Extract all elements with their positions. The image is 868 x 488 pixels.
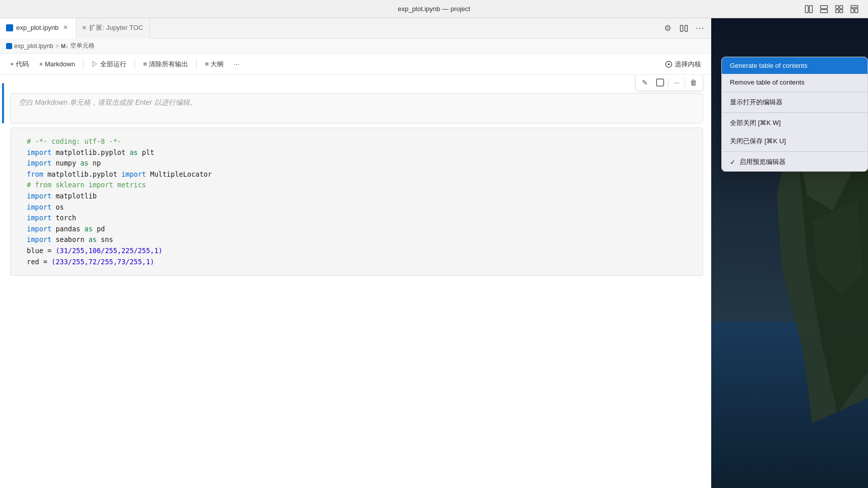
run-all-label: ▷ 全部运行 — [92, 60, 126, 69]
code-line-3: import numpy as np — [27, 158, 695, 169]
menu-item-enable-preview[interactable]: ✓ 启用预览编辑器 — [722, 153, 867, 171]
cell-toolbar: ✎ ··· 🗑 — [635, 75, 703, 91]
main-container: exp_plot.ipynb ✕ ≡ 扩展: Jupyter TOC ⚙ ··· — [0, 18, 868, 488]
markdown-cell-content[interactable]: 空白 Markdown 单元格，请双击或按 Enter 以进行编辑。 — [10, 93, 703, 124]
code-cell-content[interactable]: # -*- coding: utf-8 -*- import matplotli… — [10, 128, 703, 276]
code-line-4: from matplotlib.pyplot import MultipleLo… — [27, 169, 695, 180]
tab-bar-actions: ⚙ ··· — [661, 21, 711, 35]
layout1-icon[interactable] — [803, 4, 814, 15]
window-title: exp_plot.ipynb — project — [398, 5, 470, 13]
add-markdown-button[interactable]: + Markdown — [35, 58, 79, 70]
toolbar: + 代码 + Markdown ▷ 全部运行 ≡ 清除所有输出 ≡ 大纲 ··· — [0, 54, 711, 75]
cell-gutter — [2, 83, 4, 124]
breadcrumb-md-icon: M↓ — [61, 43, 68, 49]
split-editor-button[interactable] — [677, 21, 691, 35]
cell-more-button[interactable]: ··· — [670, 75, 684, 90]
svg-rect-3 — [820, 10, 828, 13]
code-line-10: import seaborn as sns — [27, 234, 695, 246]
svg-rect-6 — [836, 10, 839, 13]
toolbar-separator-1 — [83, 59, 83, 70]
menu-item-remove-toc[interactable]: Remove table of contents — [722, 74, 867, 91]
close-all-label: 全部关闭 [⌘K W] — [730, 118, 780, 128]
run-all-button[interactable]: ▷ 全部运行 — [88, 58, 131, 71]
layout3-icon[interactable] — [834, 4, 845, 15]
menu-divider-3 — [722, 151, 867, 152]
layout2-icon[interactable] — [818, 4, 830, 15]
svg-rect-1 — [809, 6, 812, 13]
remove-toc-label: Remove table of contents — [730, 78, 804, 86]
delete-cell-button[interactable]: 🗑 — [686, 75, 701, 90]
right-panel: Generate table of contents Remove table … — [711, 18, 868, 488]
tab-notebook[interactable]: exp_plot.ipynb ✕ — [0, 18, 76, 38]
svg-rect-11 — [680, 25, 683, 31]
close-saved-label: 关闭已保存 [⌘K U] — [730, 137, 786, 146]
svg-point-14 — [668, 63, 670, 65]
tab-notebook-label: exp_plot.ipynb — [16, 24, 59, 31]
code-line-8: import torch — [27, 213, 695, 224]
code-line-11: blue = (31/255,106/255,225/255,1) — [27, 246, 695, 257]
menu-divider-2 — [722, 112, 867, 113]
add-code-button[interactable]: + 代码 — [6, 58, 33, 71]
more-actions-button[interactable]: ··· — [693, 21, 707, 35]
code-line-7: import os — [27, 202, 695, 213]
edit-cell-button[interactable]: ✎ — [638, 75, 652, 90]
svg-rect-4 — [836, 6, 839, 9]
outline-button[interactable]: ≡ 大纲 — [201, 58, 228, 71]
breadcrumb-separator: > — [55, 43, 59, 50]
show-open-editors-label: 显示打开的编辑器 — [730, 98, 783, 107]
code-line-6: import matplotlib — [27, 191, 695, 202]
svg-rect-7 — [840, 10, 843, 13]
outline-label: ≡ 大纲 — [205, 60, 224, 69]
check-icon: ✓ — [730, 158, 735, 166]
breadcrumb-cell: 空单元格 — [70, 42, 95, 50]
kernel-selector[interactable]: 选择内核 — [661, 58, 705, 71]
title-bar-actions — [803, 4, 860, 15]
cell-area: ✎ ··· 🗑 空白 Markdown 单元格，请双击或按 Enter 以进行编… — [0, 75, 711, 488]
split-cell-button[interactable] — [653, 75, 667, 90]
notebook-file-icon — [6, 24, 13, 31]
code-line-12: red = (233/255,72/255,73/255,1) — [27, 257, 695, 268]
svg-rect-9 — [851, 9, 854, 13]
code-line-2: import matplotlib.pyplot as plt — [27, 147, 695, 158]
menu-item-close-all[interactable]: 全部关闭 [⌘K W] — [722, 114, 867, 132]
editor-area: exp_plot.ipynb ✕ ≡ 扩展: Jupyter TOC ⚙ ··· — [0, 18, 711, 488]
tab-bar: exp_plot.ipynb ✕ ≡ 扩展: Jupyter TOC ⚙ ··· — [0, 18, 711, 38]
code-line-5: # from sklearn import metrics — [27, 180, 695, 191]
menu-item-close-saved[interactable]: 关闭已保存 [⌘K U] — [722, 132, 867, 150]
markdown-placeholder: 空白 Markdown 单元格，请双击或按 Enter 以进行编辑。 — [19, 98, 197, 106]
svg-rect-15 — [657, 79, 664, 86]
cell-tool-separator — [668, 77, 669, 88]
menu-item-generate-toc[interactable]: Generate table of contents — [722, 57, 867, 74]
add-code-label: + 代码 — [10, 60, 29, 69]
code-line-9: import pandas as pd — [27, 224, 695, 235]
toolbar-separator-3 — [196, 59, 197, 70]
title-bar: exp_plot.ipynb — project — [0, 0, 868, 18]
toolbar-more-label: ··· — [234, 60, 239, 68]
generate-toc-label: Generate table of contents — [730, 62, 807, 69]
layout4-icon[interactable] — [849, 4, 860, 15]
toolbar-right: 选择内核 — [661, 58, 705, 71]
breadcrumb: exp_plot.ipynb > M↓ 空单元格 — [0, 38, 711, 54]
svg-rect-12 — [685, 25, 687, 31]
enable-preview-label: 启用预览编辑器 — [740, 157, 786, 167]
markdown-cell: ✎ ··· 🗑 空白 Markdown 单元格，请双击或按 Enter 以进行编… — [0, 83, 711, 124]
svg-rect-2 — [820, 6, 828, 9]
tab-toc[interactable]: ≡ 扩展: Jupyter TOC — [76, 18, 150, 38]
dropdown-menu: Generate table of contents Remove table … — [721, 57, 868, 172]
toolbar-more-button[interactable]: ··· — [230, 58, 243, 70]
code-line-1: # -*- coding: utf-8 -*- — [27, 136, 695, 147]
breadcrumb-file-icon — [6, 43, 12, 49]
clear-output-button[interactable]: ≡ 清除所有输出 — [139, 58, 192, 71]
tab-notebook-close[interactable]: ✕ — [62, 24, 70, 32]
breadcrumb-file[interactable]: exp_plot.ipynb — [14, 43, 53, 50]
tab-toc-icon: ≡ — [82, 24, 86, 31]
cell-tool-separator-2 — [685, 77, 685, 88]
svg-rect-8 — [851, 6, 858, 8]
kernel-label: 选择内核 — [675, 60, 701, 69]
settings-button[interactable]: ⚙ — [661, 21, 675, 35]
toolbar-separator-2 — [135, 59, 135, 70]
menu-item-show-open-editors[interactable]: 显示打开的编辑器 — [722, 93, 867, 111]
code-cell: # -*- coding: utf-8 -*- import matplotli… — [0, 128, 711, 276]
clear-output-label: ≡ 清除所有输出 — [143, 60, 188, 69]
svg-rect-5 — [840, 6, 843, 9]
